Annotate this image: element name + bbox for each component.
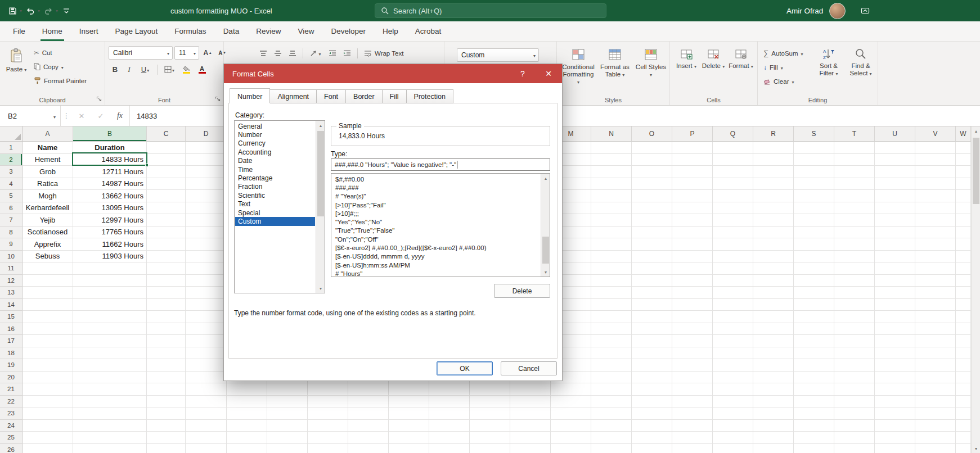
cell-j24[interactable]	[429, 420, 470, 432]
cell-c19[interactable]	[147, 359, 186, 372]
cell-t8[interactable]	[834, 226, 875, 239]
cell-r14[interactable]	[753, 299, 794, 311]
cell-l22[interactable]	[510, 396, 551, 408]
cell-w12[interactable]	[956, 275, 971, 287]
dialog-tab-alignment[interactable]: Alignment	[269, 89, 317, 103]
cell-m26[interactable]	[551, 444, 591, 453]
cell-n20[interactable]	[591, 372, 632, 384]
cell-s22[interactable]	[794, 396, 834, 408]
cell-n24[interactable]	[591, 420, 632, 432]
cell-v9[interactable]	[915, 238, 956, 251]
search-box[interactable]: Search (Alt+Q)	[375, 3, 606, 18]
cell-a22[interactable]	[23, 396, 73, 408]
cell-v21[interactable]	[915, 383, 956, 396]
cell-o16[interactable]	[632, 323, 672, 336]
row-header-14[interactable]: 14	[0, 299, 23, 311]
cell-a16[interactable]	[23, 323, 73, 336]
cell-o20[interactable]	[632, 372, 672, 384]
scrollbar-thumb[interactable]	[542, 237, 549, 264]
cell-t17[interactable]	[834, 335, 875, 347]
cell-w19[interactable]	[956, 359, 971, 372]
row-header-4[interactable]: 4	[0, 178, 23, 191]
cell-t21[interactable]	[834, 383, 875, 396]
row-header-16[interactable]: 16	[0, 323, 23, 336]
cell-u26[interactable]	[875, 444, 915, 453]
cell-d2[interactable]	[186, 154, 227, 166]
cell-s19[interactable]	[794, 359, 834, 372]
cell-o6[interactable]	[632, 202, 672, 215]
cell-b6[interactable]: 13095 Hours	[73, 202, 147, 215]
middle-align-button[interactable]	[271, 47, 284, 60]
cell-d16[interactable]	[186, 323, 227, 336]
cell-g21[interactable]	[308, 383, 348, 396]
redo-history-chevron-icon[interactable]	[56, 8, 58, 13]
cell-o4[interactable]	[632, 178, 672, 191]
wrap-text-button[interactable]: Wrap Text	[362, 46, 406, 60]
cell-r1[interactable]	[753, 142, 794, 154]
cell-w21[interactable]	[956, 383, 971, 396]
cell-p13[interactable]	[672, 287, 713, 299]
cell-c14[interactable]	[147, 299, 186, 311]
cell-a3[interactable]: Grob	[23, 166, 73, 178]
top-align-button[interactable]	[257, 47, 269, 60]
cell-e25[interactable]	[227, 432, 267, 444]
cell-d22[interactable]	[186, 396, 227, 408]
cell-p9[interactable]	[672, 238, 713, 251]
type-input[interactable]: ###,###.0 "Hours"; "Value is negative!";…	[331, 158, 550, 171]
cell-s10[interactable]	[794, 251, 834, 263]
delete-cells-button[interactable]: Delete	[700, 44, 726, 89]
cell-q9[interactable]	[713, 238, 753, 251]
undo-history-chevron-icon[interactable]	[38, 8, 40, 13]
cell-v24[interactable]	[915, 420, 956, 432]
cell-p23[interactable]	[672, 407, 713, 420]
cell-u15[interactable]	[875, 311, 915, 323]
cell-t13[interactable]	[834, 287, 875, 299]
cell-v19[interactable]	[915, 359, 956, 372]
column-header-p[interactable]: P	[672, 126, 713, 142]
cell-b11[interactable]	[73, 262, 147, 275]
underline-button[interactable]: U	[137, 63, 154, 76]
cell-d6[interactable]	[186, 202, 227, 215]
cell-q24[interactable]	[713, 420, 753, 432]
cell-r10[interactable]	[753, 251, 794, 263]
cell-b12[interactable]	[73, 275, 147, 287]
format-code-option[interactable]: $#,##0.00	[332, 175, 540, 183]
cell-p19[interactable]	[672, 359, 713, 372]
cell-v14[interactable]	[915, 299, 956, 311]
cell-v13[interactable]	[915, 287, 956, 299]
category-option-general[interactable]: General	[235, 122, 315, 130]
cell-q7[interactable]	[713, 214, 753, 226]
row-header-2[interactable]: 2	[0, 154, 23, 166]
cell-d10[interactable]	[186, 251, 227, 263]
cell-c25[interactable]	[147, 432, 186, 444]
cell-o15[interactable]	[632, 311, 672, 323]
account-area[interactable]: Amir Ofrad	[786, 0, 846, 21]
cell-b2[interactable]: 14833 Hours	[73, 154, 147, 166]
cell-g23[interactable]	[308, 407, 348, 420]
cell-b18[interactable]	[73, 347, 147, 360]
cell-s15[interactable]	[794, 311, 834, 323]
cell-u2[interactable]	[875, 154, 915, 166]
redo-button[interactable]	[42, 3, 55, 18]
row-header-19[interactable]: 19	[0, 359, 23, 372]
cell-s16[interactable]	[794, 323, 834, 336]
cell-w2[interactable]	[956, 154, 971, 166]
cell-p20[interactable]	[672, 372, 713, 384]
cell-s12[interactable]	[794, 275, 834, 287]
cell-d20[interactable]	[186, 372, 227, 384]
cell-q15[interactable]	[713, 311, 753, 323]
cell-w23[interactable]	[956, 407, 971, 420]
cell-b5[interactable]: 13662 Hours	[73, 190, 147, 202]
cell-o10[interactable]	[632, 251, 672, 263]
cell-s4[interactable]	[794, 178, 834, 191]
cell-d24[interactable]	[186, 420, 227, 432]
cell-o18[interactable]	[632, 347, 672, 360]
cell-c4[interactable]	[147, 178, 186, 191]
cell-p5[interactable]	[672, 190, 713, 202]
cell-v15[interactable]	[915, 311, 956, 323]
cell-l21[interactable]	[510, 383, 551, 396]
cell-n26[interactable]	[591, 444, 632, 453]
cell-a21[interactable]	[23, 383, 73, 396]
customize-quick-access-toolbar-button[interactable]	[60, 3, 73, 18]
cell-o2[interactable]	[632, 154, 672, 166]
